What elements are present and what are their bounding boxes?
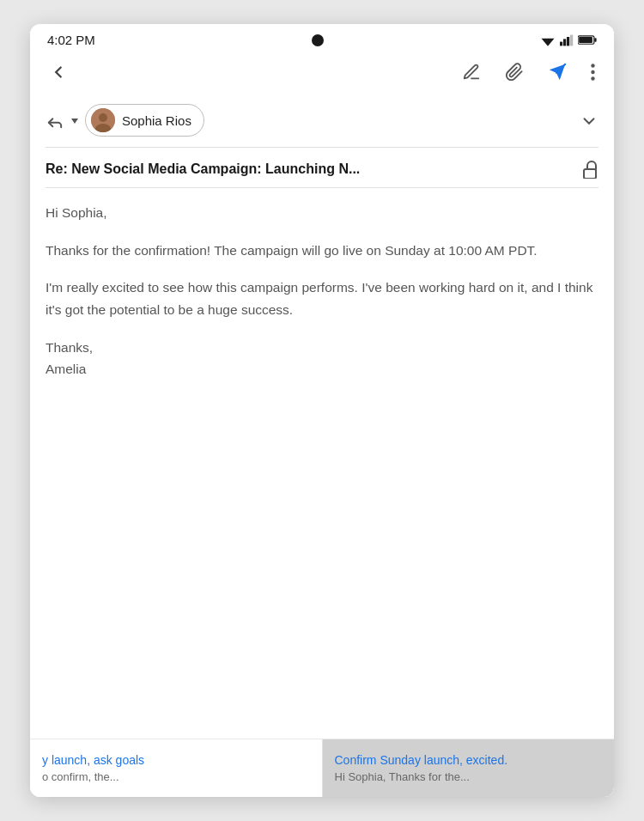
- battery-icon: [578, 34, 597, 46]
- smart-reply-2-preview: Hi Sophia, Thanks for the...: [335, 770, 603, 783]
- svg-point-15: [99, 113, 107, 122]
- email-paragraph2: I'm really excited to see how this campa…: [46, 277, 598, 320]
- smart-reply-2-title: Confirm Sunday launch, excited.: [335, 753, 603, 767]
- expand-button[interactable]: [580, 110, 598, 131]
- svg-rect-17: [584, 169, 596, 179]
- svg-rect-6: [594, 38, 596, 42]
- recipient-left: Sophia Rios: [46, 104, 204, 137]
- smart-reply-1-preview: o confirm, the...: [42, 770, 310, 783]
- smart-reply-1-title: y launch, ask goals: [42, 753, 310, 767]
- edit-button[interactable]: [459, 59, 484, 85]
- svg-marker-9: [550, 64, 565, 80]
- signal-icon: [560, 34, 574, 46]
- svg-rect-2: [563, 39, 566, 46]
- wifi-icon: [540, 34, 556, 46]
- phone-frame: 4:02 PM: [30, 24, 614, 797]
- reply-button[interactable]: [46, 111, 64, 131]
- email-paragraph1: Thanks for the confirmation! The campaig…: [46, 240, 598, 262]
- recipient-name: Sophia Rios: [122, 113, 191, 128]
- smart-reply-1[interactable]: y launch, ask goals o confirm, the...: [30, 739, 323, 797]
- email-greeting: Hi Sophia,: [46, 202, 598, 224]
- subject-text: Re: New Social Media Campaign: Launching…: [46, 161, 360, 177]
- status-bar: 4:02 PM: [30, 24, 614, 52]
- send-button[interactable]: [544, 59, 570, 85]
- reply-dropdown-button[interactable]: [70, 113, 80, 127]
- email-body: Hi Sophia, Thanks for the confirmation! …: [30, 188, 614, 739]
- svg-rect-3: [567, 37, 569, 46]
- status-icons: [540, 34, 597, 46]
- recipient-row: Sophia Rios: [30, 94, 614, 147]
- more-button[interactable]: [587, 60, 598, 84]
- toolbar-right: [459, 59, 598, 85]
- svg-point-11: [591, 70, 594, 74]
- svg-rect-1: [560, 41, 562, 46]
- back-button[interactable]: [46, 59, 71, 85]
- status-time: 4:02 PM: [47, 33, 95, 47]
- smart-replies: y launch, ask goals o confirm, the... Co…: [30, 739, 614, 797]
- avatar: [91, 108, 115, 132]
- attach-button[interactable]: [501, 59, 527, 85]
- lock-icon: [581, 160, 598, 179]
- subject-row: Re: New Social Media Campaign: Launching…: [30, 148, 614, 187]
- svg-marker-0: [542, 38, 555, 46]
- email-text: Hi Sophia, Thanks for the confirmation! …: [46, 202, 598, 380]
- svg-marker-13: [71, 119, 78, 124]
- svg-point-12: [591, 76, 594, 80]
- smart-reply-2[interactable]: Confirm Sunday launch, excited. Hi Sophi…: [323, 739, 615, 797]
- email-signoff: Thanks, Amelia: [46, 337, 598, 380]
- recipient-chip[interactable]: Sophia Rios: [85, 104, 204, 137]
- toolbar: [30, 52, 614, 94]
- svg-rect-7: [579, 37, 592, 43]
- svg-point-10: [591, 64, 594, 67]
- toolbar-left: [46, 59, 71, 85]
- svg-rect-4: [570, 34, 573, 46]
- camera-dot: [312, 34, 324, 46]
